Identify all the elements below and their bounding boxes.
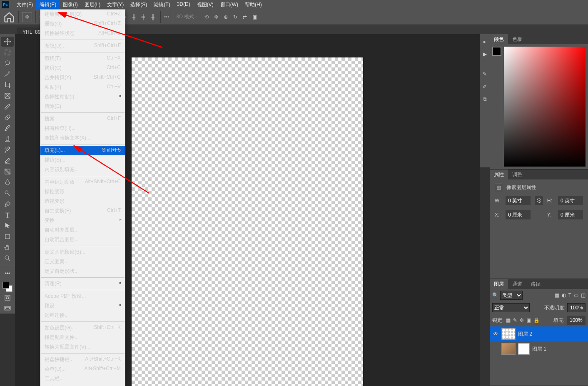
dodge-tool[interactable] [1,188,14,198]
magic-wand-tool[interactable] [1,69,14,79]
link-icon[interactable]: ⛓ [535,196,543,205]
filter-smart-icon[interactable]: ◫ [581,292,586,298]
pen-tool[interactable] [1,199,14,209]
menu-entry[interactable]: 切换最终状态Alt+Ctrl+Z [40,29,125,38]
tab-swatches[interactable]: 色板 [508,34,526,45]
blend-mode-select[interactable]: 正常 [492,303,530,312]
menu-entry[interactable]: 工具栏... [40,374,125,384]
gradient-tool[interactable] [1,167,14,177]
menu-entry[interactable]: 指定配置文件... [40,333,125,342]
filter-shape-icon[interactable]: ▭ [574,292,578,298]
menu-entry[interactable]: 远程连接... [40,311,125,320]
move-tool[interactable] [1,37,14,47]
home-icon[interactable] [3,11,15,23]
tab-properties[interactable]: 属性 [490,169,508,180]
layer-filter-kind[interactable]: 类型 [500,291,523,300]
lock-move-icon[interactable]: ✥ [520,317,524,323]
menu-entry[interactable]: 填充(L)...Shift+F5 [40,146,125,155]
brush-tool[interactable] [1,123,14,133]
crop-tool[interactable] [1,80,14,90]
shape-tool[interactable] [1,232,14,242]
frame-tool[interactable] [1,91,14,101]
menu-entry[interactable]: Adobe PDF 预设... [40,291,125,301]
fill-input[interactable] [567,316,586,325]
history-icon[interactable]: ▸ [481,37,489,46]
type-tool[interactable] [1,210,14,220]
filter-pixel-icon[interactable]: ▦ [555,292,559,298]
healing-tool[interactable] [1,112,14,122]
menu-entry[interactable]: 转换为配置文件(V)... [40,342,125,352]
layer-mask-thumbnail[interactable] [518,343,530,355]
edit-toolbar-icon[interactable]: ••• [1,269,14,279]
menu-item[interactable]: 帮助(H) [242,0,265,10]
tab-paths[interactable]: 路径 [526,279,545,289]
dist-icon[interactable]: ╪ [139,13,147,21]
menu-item[interactable]: 图像(I) [60,0,81,10]
menu-item[interactable]: 视图(V) [194,0,217,10]
lock-artboard-icon[interactable]: ▣ [526,317,531,323]
layer-name[interactable]: 图层 1 [532,346,546,353]
lasso-tool[interactable] [1,58,14,68]
brush-panel-icon[interactable]: ✎ [481,70,489,78]
brushsettings-icon[interactable]: ✐ [481,82,489,91]
menu-item[interactable]: 文字(Y) [104,0,127,10]
layer-name[interactable]: 图层 2 [518,331,532,338]
path-select-tool[interactable] [1,221,14,231]
roll-icon[interactable]: ↻ [231,13,239,21]
menu-entry[interactable]: 颜色设置(G)...Shift+Ctrl+K [40,323,125,333]
quickmask-icon[interactable] [1,293,14,303]
tab-channels[interactable]: 通道 [508,279,526,289]
menu-item[interactable]: 编辑(E) [36,0,60,10]
play-icon[interactable]: ▶ [481,50,489,58]
y-input[interactable] [558,210,583,219]
x-input[interactable] [506,210,531,219]
tab-color[interactable]: 颜色 [490,34,508,45]
tab-layers[interactable]: 图层 [490,279,508,289]
color-swatches[interactable] [2,282,12,292]
layer-row[interactable]: 👁 图层 2 [490,326,588,341]
menu-entry[interactable]: 清理(R) [40,279,125,289]
document-canvas[interactable] [132,57,363,386]
zoom-icon[interactable]: ⊕ [222,13,230,21]
menu-entry[interactable]: 菜单(U)...Alt+Shift+Ctrl+M [40,364,125,374]
menu-item[interactable]: 图层(L) [81,0,104,10]
menu-entry[interactable]: 键盘快捷键...Alt+Shift+Ctrl+K [40,355,125,364]
camera-icon[interactable]: ▣ [250,13,259,21]
screenmode-icon[interactable] [1,304,14,314]
marquee-tool[interactable] [1,47,14,57]
visibility-icon[interactable] [492,346,499,352]
clone-panel-icon[interactable]: ⧉ [481,95,489,103]
slide-icon[interactable]: ⇄ [241,13,249,21]
eraser-tool[interactable] [1,156,14,166]
color-picker[interactable] [490,44,588,169]
menu-item[interactable]: 选择(S) [127,0,150,10]
layer-thumbnail[interactable] [501,343,516,355]
menu-entry[interactable]: 搜索Ctrl+F [40,114,125,124]
dist-icon[interactable]: ╫ [149,13,157,21]
visibility-icon[interactable]: 👁 [492,331,499,337]
menu-item[interactable]: 3D(D) [174,0,194,10]
lock-pixels-icon[interactable]: ▦ [506,317,511,323]
filter-adjust-icon[interactable]: ◐ [562,292,566,298]
menu-item[interactable]: 窗口(W) [217,0,242,10]
menu-entry[interactable]: 首选项(N) [40,384,125,386]
foreground-swatch[interactable] [492,47,501,56]
history-brush-tool[interactable] [1,145,14,155]
lock-paint-icon[interactable]: ✎ [513,317,517,323]
layer-row[interactable]: 图层 1 [490,341,588,356]
more-icon[interactable]: ••• [164,14,169,20]
opacity-input[interactable] [567,303,586,312]
color-field[interactable] [504,47,586,167]
clone-stamp-tool[interactable] [1,134,14,144]
width-input[interactable] [506,196,531,205]
blur-tool[interactable] [1,177,14,187]
menu-entry[interactable]: 粘贴(P)Ctrl+V [40,82,125,92]
layer-thumbnail[interactable] [501,328,516,340]
menu-entry[interactable]: 预设 [40,301,125,311]
filter-type-icon[interactable]: T [568,292,571,298]
menu-entry[interactable]: 选择性粘贴(I) [40,92,125,102]
orbit-icon[interactable]: ⟲ [202,13,211,21]
menu-entry[interactable]: 还原新建图层(O)Ctrl+Z [40,10,125,19]
tool-preset-icon[interactable]: ✥ [22,12,32,22]
zoom-tool[interactable] [1,253,14,263]
